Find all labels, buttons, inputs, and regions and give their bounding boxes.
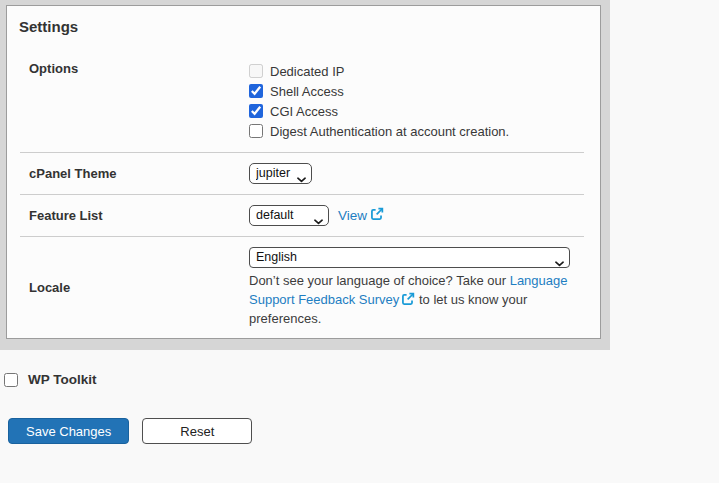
settings-panel: Settings Options Dedicated IP Shell Acce… bbox=[6, 5, 601, 339]
view-link-label: View bbox=[338, 208, 367, 223]
checkbox-row-dedicated-ip[interactable]: Dedicated IP bbox=[249, 61, 509, 81]
feature-list-select[interactable]: default bbox=[249, 205, 329, 226]
footer-area: WP Toolkit Save Changes Reset bbox=[0, 350, 719, 444]
locale-select[interactable]: English bbox=[249, 247, 570, 268]
feature-list-controls: default View bbox=[249, 205, 384, 226]
action-buttons: Save Changes Reset bbox=[8, 418, 719, 444]
shell-access-checkbox[interactable] bbox=[249, 84, 263, 98]
checkbox-row-cgi-access[interactable]: CGI Access bbox=[249, 101, 509, 121]
options-label: Options bbox=[29, 61, 249, 76]
wp-toolkit-label: WP Toolkit bbox=[28, 372, 97, 387]
feature-list-label: Feature List bbox=[29, 208, 249, 223]
checkbox-label: CGI Access bbox=[270, 104, 338, 119]
wp-toolkit-checkbox[interactable] bbox=[4, 373, 18, 387]
feature-list-select-wrap: default bbox=[249, 205, 329, 226]
checkbox-label: Shell Access bbox=[270, 84, 344, 99]
settings-rows: Options Dedicated IP Shell Access CGI Ac… bbox=[20, 38, 584, 338]
cgi-access-checkbox[interactable] bbox=[249, 104, 263, 118]
reset-button[interactable]: Reset bbox=[142, 418, 252, 444]
feature-list-row: Feature List default View bbox=[20, 195, 584, 237]
save-button[interactable]: Save Changes bbox=[8, 418, 129, 444]
options-checkbox-group: Dedicated IP Shell Access CGI Access Dig… bbox=[249, 61, 509, 141]
locale-help-text: Don’t see your language of choice? Take … bbox=[249, 271, 573, 328]
checkbox-label: Digest Authentication at account creatio… bbox=[270, 124, 509, 139]
locale-help-before: Don’t see your language of choice? Take … bbox=[249, 273, 510, 288]
checkbox-row-shell-access[interactable]: Shell Access bbox=[249, 81, 509, 101]
cpanel-theme-row: cPanel Theme jupiter bbox=[20, 153, 584, 195]
locale-label: Locale bbox=[29, 280, 249, 295]
dedicated-ip-checkbox[interactable] bbox=[249, 64, 263, 78]
locale-row: Locale English Don’t see your language o… bbox=[20, 237, 584, 338]
external-link-icon bbox=[370, 207, 384, 224]
checkbox-label: Dedicated IP bbox=[270, 64, 344, 79]
cpanel-theme-select-wrap: jupiter bbox=[249, 163, 312, 184]
wp-toolkit-row[interactable]: WP Toolkit bbox=[4, 372, 719, 387]
cpanel-theme-select[interactable]: jupiter bbox=[249, 163, 312, 184]
content-column: Settings Options Dedicated IP Shell Acce… bbox=[0, 0, 610, 350]
locale-select-wrap: English bbox=[249, 247, 570, 268]
locale-controls: English Don’t see your language of choic… bbox=[249, 247, 573, 328]
panel-title: Settings bbox=[7, 6, 600, 38]
external-link-icon bbox=[399, 292, 415, 307]
cpanel-theme-label: cPanel Theme bbox=[29, 166, 249, 181]
view-feature-list-link[interactable]: View bbox=[338, 207, 384, 224]
checkbox-row-digest-auth[interactable]: Digest Authentication at account creatio… bbox=[249, 121, 509, 141]
options-row: Options Dedicated IP Shell Access CGI Ac… bbox=[20, 38, 584, 153]
digest-auth-checkbox[interactable] bbox=[249, 124, 263, 138]
